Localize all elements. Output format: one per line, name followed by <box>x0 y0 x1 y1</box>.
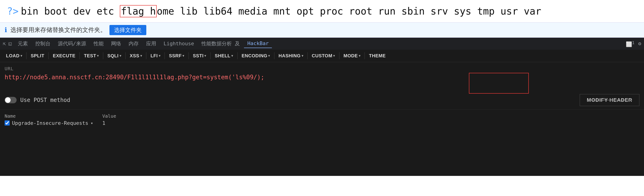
toolbar-shell-button[interactable]: SHELL ▾ <box>211 52 237 60</box>
toolbar-divider-13 <box>339 52 340 59</box>
toolbar-divider-6 <box>146 52 146 59</box>
post-method-area: Use POST method <box>4 97 70 103</box>
devtools-badge: ⬜1 <box>626 40 634 47</box>
toolbar-divider-4 <box>103 52 103 59</box>
tab-performance[interactable]: 性能 <box>90 39 107 49</box>
post-method-toggle[interactable] <box>4 97 16 103</box>
xss-arrow-icon: ▾ <box>140 54 142 58</box>
toggle-knob <box>5 97 10 103</box>
tab-performance-insights[interactable]: 性能数据分析 及 <box>198 39 243 49</box>
post-method-label: Use POST method <box>20 97 70 103</box>
toolbar-divider-11 <box>274 52 274 59</box>
toolbar-ssrf-button[interactable]: SSRF ▾ <box>165 52 188 60</box>
toolbar-divider-8 <box>188 52 189 59</box>
toolbar-sqli-button[interactable]: SQLI ▾ <box>104 52 125 60</box>
ssti-arrow-icon: ▾ <box>204 54 206 58</box>
tab-network[interactable]: 网络 <box>108 39 124 49</box>
toolbar-divider-5 <box>125 52 126 59</box>
toolbar-load-button[interactable]: LOAD ▾ <box>2 52 26 60</box>
hashing-arrow-icon: ▾ <box>302 54 304 58</box>
devtools-gear-icon[interactable]: ⚙ <box>638 41 641 46</box>
toolbar-mode-button[interactable]: MODE ▾ <box>340 52 364 60</box>
header-name-col: Name Upgrade-Insecure-Requests ▾ <box>4 113 93 126</box>
toolbar-theme-button[interactable]: THEME <box>365 52 390 60</box>
terminal-flag-highlight: flag h <box>120 5 157 17</box>
toolbar-divider-1 <box>26 52 26 59</box>
terminal-text-before: bin boot dev etc <box>21 6 120 17</box>
devtools-right: ⬜1 ⚙ <box>626 40 641 47</box>
url-input[interactable]: http://node5.anna.nssctf.cn:28490/F1l1l1… <box>4 73 640 91</box>
select-folder-button[interactable]: 选择文件夹 <box>110 25 146 35</box>
devtools-tabs-bar: ⇱ ◱ 元素 控制台 源代码/来源 性能 网络 内存 应用 Lighthouse… <box>0 38 644 50</box>
toolbar-hashing-button[interactable]: HASHING ▾ <box>275 52 307 60</box>
terminal-output: ?> bin boot dev etc flag home lib lib64 … <box>0 0 644 22</box>
toolbar-encoding-button[interactable]: ENCODING ▾ <box>238 52 274 60</box>
terminal-text: bin boot dev etc flag home lib lib64 med… <box>21 5 541 18</box>
toolbar-lfi-button[interactable]: LFI ▾ <box>147 52 164 60</box>
test-arrow-icon: ▾ <box>97 54 99 58</box>
custom-arrow-icon: ▾ <box>333 54 335 58</box>
post-modify-row: Use POST method MODIFY HEADER <box>0 91 644 109</box>
tab-console[interactable]: 控制台 <box>32 39 54 49</box>
header-field-dropdown-icon[interactable]: ▾ <box>90 121 93 126</box>
header-field-value: 1 <box>102 120 116 126</box>
toolbar-ssti-button[interactable]: SSTI ▾ <box>189 52 210 60</box>
header-name-label: Name <box>4 113 93 119</box>
tab-application[interactable]: 应用 <box>143 39 160 49</box>
main-lower-area <box>0 130 644 176</box>
toolbar-divider-7 <box>164 52 165 59</box>
toolbar-divider-9 <box>210 52 210 59</box>
header-field-checkbox[interactable] <box>4 120 10 126</box>
toolbar-execute-button[interactable]: EXECUTE <box>49 52 79 60</box>
cursor-icon[interactable]: ⇱ <box>3 41 6 46</box>
toolbar-xss-button[interactable]: XSS ▾ <box>126 52 146 60</box>
header-value-label: Value <box>102 113 116 119</box>
load-arrow-icon: ▾ <box>20 54 22 58</box>
tab-hackbar[interactable]: HackBar <box>244 39 272 48</box>
url-input-wrapper: http://node5.anna.nssctf.cn:28490/F1l1l1… <box>4 73 640 91</box>
toolbar-divider-3 <box>80 52 80 59</box>
toolbar-divider-14 <box>364 52 365 59</box>
modify-header-button[interactable]: MODIFY HEADER <box>580 94 640 106</box>
info-bar: ℹ 选择要用来存储替换文件的文件夹。 选择文件夹 <box>0 22 644 38</box>
tab-sources[interactable]: 源代码/来源 <box>54 39 90 49</box>
ssrf-arrow-icon: ▾ <box>182 54 184 58</box>
mode-arrow-icon: ▾ <box>359 54 360 58</box>
sqli-arrow-icon: ▾ <box>120 54 122 58</box>
hackbar-url-area: URL http://node5.anna.nssctf.cn:28490/F1… <box>0 62 644 91</box>
toolbar-divider-10 <box>237 52 238 59</box>
header-fields-row: Name Upgrade-Insecure-Requests ▾ Value 1 <box>0 109 644 130</box>
shell-arrow-icon: ▾ <box>231 54 233 58</box>
hackbar-toolbar: LOAD ▾ SPLIT EXECUTE TEST ▾ SQLI ▾ XSS ▾… <box>0 50 644 62</box>
encoding-arrow-icon: ▾ <box>268 54 270 58</box>
tab-lighthouse[interactable]: Lighthouse <box>160 39 197 48</box>
header-field-name: Upgrade-Insecure-Requests <box>12 120 88 126</box>
url-label: URL <box>4 66 640 71</box>
info-icon: ℹ <box>4 26 7 34</box>
toolbar-test-button[interactable]: TEST ▾ <box>80 52 102 60</box>
lfi-arrow-icon: ▾ <box>159 54 160 58</box>
toolbar-divider-12 <box>307 52 308 59</box>
toolbar-split-button[interactable]: SPLIT <box>27 52 48 60</box>
toolbar-custom-button[interactable]: CUSTOM ▾ <box>308 52 339 60</box>
box-icon[interactable]: ◱ <box>8 41 12 46</box>
info-message: 选择要用来存储替换文件的文件夹。 <box>10 26 106 34</box>
header-value-col: Value 1 <box>102 113 116 126</box>
tab-elements[interactable]: 元素 <box>14 39 31 49</box>
terminal-text-after: ome lib lib64 media mnt opt proc root ru… <box>157 6 541 17</box>
header-name-value-row: Upgrade-Insecure-Requests ▾ <box>4 120 93 126</box>
terminal-prompt: ?> <box>7 5 19 18</box>
tab-memory[interactable]: 内存 <box>125 39 142 49</box>
